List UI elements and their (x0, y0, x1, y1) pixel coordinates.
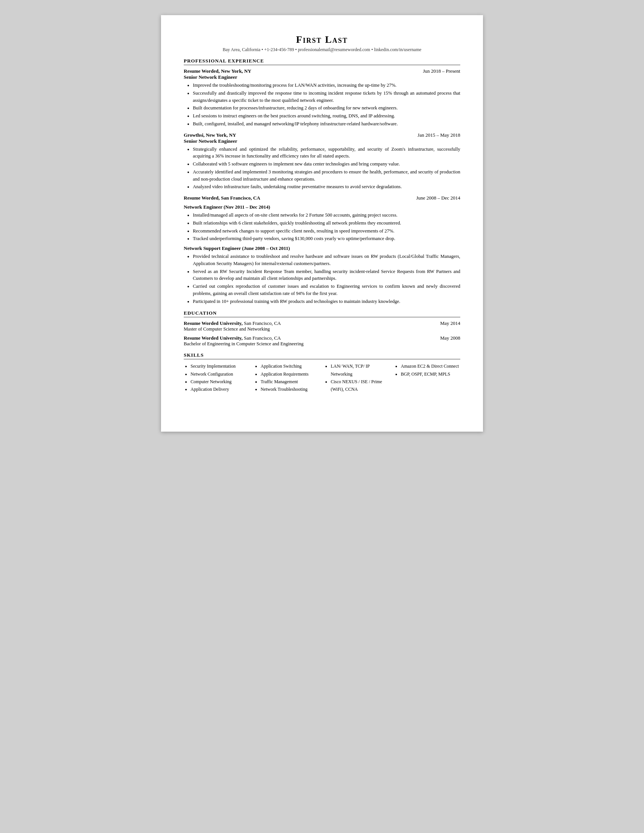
school-name: Resume Worded University, (184, 335, 242, 341)
job-role-nse: Network Support Engineer (June 2008 – Oc… (184, 245, 460, 251)
skill-item: Security Implementation (190, 362, 250, 370)
edu-date-masters: May 2014 (440, 320, 460, 326)
bullet-item: Built, configured, installed, and manage… (193, 121, 460, 128)
edu-date-bachelors: May 2008 (440, 335, 460, 341)
bullet-item: Installed/managed all aspects of on-site… (193, 212, 460, 219)
bullet-item: Built documentation for processes/infras… (193, 105, 460, 112)
bullet-item: Provided technical assistance to trouble… (193, 253, 460, 267)
bullet-item: Accurately identified and implemented 3 … (193, 169, 460, 183)
edu-degree-masters: Master of Computer Science and Networkin… (184, 326, 460, 332)
job-header-growthsi: Growthsi, New York, NY Jan 2015 – May 20… (184, 132, 460, 138)
job-block-rw-ny: Resume Worded, New York, NY Jun 2018 – P… (184, 68, 460, 128)
role-title: Network Engineer (184, 204, 222, 210)
role-subdate: (June 2008 – Oct 2011) (242, 245, 290, 251)
job-bullets-rw-ny: Improved the troubleshooting/monitoring … (184, 82, 460, 128)
candidate-name: First Last (184, 34, 460, 45)
skills-col-1: Security Implementation Network Configur… (184, 362, 250, 393)
skills-col-2: Application Switching Application Requir… (254, 362, 320, 393)
bullet-item: Successfully and drastically improved th… (193, 90, 460, 104)
skill-item: Network Troubleshooting (261, 386, 320, 393)
skill-item: Computer Networking (190, 378, 250, 386)
school-location: San Francisco, CA (244, 320, 281, 326)
skills-list-4: Amazon EC2 & Direct Connect BGP, OSPF, E… (394, 362, 460, 378)
edu-block-bachelors: Resume Worded University, San Francisco,… (184, 335, 460, 347)
bullet-item: Strategically enhanced and optimized the… (193, 146, 460, 160)
bullet-item: Tracked underperforming third-party vend… (193, 235, 460, 242)
edu-degree-bachelors: Bachelor of Engineering in Computer Scie… (184, 341, 460, 347)
skills-list-3: LAN/ WAN, TCP/ IP Networking Cisco NEXUS… (324, 362, 390, 393)
job-header-rw-sf: Resume Worded, San Francisco, CA June 20… (184, 195, 460, 201)
job-role-ne: Network Engineer (Nov 2011 – Dec 2014) (184, 204, 460, 210)
bullet-item: Participated in 10+ professional trainin… (193, 298, 460, 305)
edu-header-bachelors: Resume Worded University, San Francisco,… (184, 335, 460, 341)
edu-header-masters: Resume Worded University, San Francisco,… (184, 320, 460, 326)
bullet-item: Recommended network changes to support s… (193, 228, 460, 235)
skills-list-2: Application Switching Application Requir… (254, 362, 320, 393)
edu-school-bachelors: Resume Worded University, San Francisco,… (184, 335, 281, 341)
education-section: Education Resume Worded University, San … (184, 310, 460, 347)
job-company-rw-ny: Resume Worded, New York, NY (184, 68, 251, 74)
company-location-sep: , San Francisco, CA (219, 195, 260, 201)
job-date-rw-sf: June 2008 – Dec 2014 (416, 195, 460, 201)
experience-section-title: Professional Experience (184, 58, 460, 65)
job-bullets-growthsi: Strategically enhanced and optimized the… (184, 146, 460, 191)
edu-school-masters: Resume Worded University, San Francisco,… (184, 320, 281, 326)
job-date-rw-ny: Jun 2018 – Present (423, 68, 460, 74)
skill-item: Application Switching (261, 362, 320, 370)
bullet-item: Analyzed video infrastructure faults, un… (193, 183, 460, 190)
header: First Last Bay Area, California • +1-234… (184, 34, 460, 53)
role-title: Network Support Engineer (184, 245, 241, 251)
bullet-item: Carried out complex reproduction of cust… (193, 283, 460, 297)
job-company-rw-sf: Resume Worded, San Francisco, CA (184, 195, 260, 201)
company-name: Resume Worded (184, 68, 219, 74)
experience-section: Professional Experience Resume Worded, N… (184, 58, 460, 305)
job-bullets-nse: Provided technical assistance to trouble… (184, 253, 460, 305)
job-role-rw-ny: Senior Network Engineer (184, 74, 460, 80)
skill-item: LAN/ WAN, TCP/ IP Networking (331, 362, 390, 378)
edu-block-masters: Resume Worded University, San Francisco,… (184, 320, 460, 332)
skills-grid: Security Implementation Network Configur… (184, 362, 460, 393)
job-role-growthsi: Senior Network Engineer (184, 138, 460, 144)
bullet-item: Collaborated with 5 software engineers t… (193, 161, 460, 168)
skills-col-3: LAN/ WAN, TCP/ IP Networking Cisco NEXUS… (324, 362, 390, 393)
skills-col-4: Amazon EC2 & Direct Connect BGP, OSPF, E… (394, 362, 460, 393)
company-name: Growthsi (184, 132, 203, 138)
skill-item: Application Requirements (261, 370, 320, 378)
company-name: Resume Worded (184, 195, 219, 201)
skill-item: Cisco NEXUS / ISE / Prime (WiFi), CCNA (331, 378, 390, 393)
company-location-sep: , New York, NY (203, 132, 237, 138)
bullet-item: Improved the troubleshooting/monitoring … (193, 82, 460, 89)
skills-section: Skills Security Implementation Network C… (184, 352, 460, 393)
skills-section-title: Skills (184, 352, 460, 359)
skills-list-1: Security Implementation Network Configur… (184, 362, 250, 393)
education-section-title: Education (184, 310, 460, 317)
job-company-growthsi: Growthsi, New York, NY (184, 132, 236, 138)
bullet-item: Led sessions to instruct engineers on th… (193, 113, 460, 120)
skill-item: BGP, OSPF, ECMP, MPLS (401, 370, 460, 378)
role-subdate: (Nov 2011 – Dec 2014) (224, 204, 270, 210)
school-name: Resume Worded University, (184, 320, 242, 326)
job-header-rw-ny: Resume Worded, New York, NY Jun 2018 – P… (184, 68, 460, 74)
skill-item: Application Delivery (190, 386, 250, 393)
job-block-growthsi: Growthsi, New York, NY Jan 2015 – May 20… (184, 132, 460, 191)
job-block-rw-sf: Resume Worded, San Francisco, CA June 20… (184, 195, 460, 305)
skill-item: Network Configuration (190, 370, 250, 378)
skill-item: Traffic Management (261, 378, 320, 386)
job-bullets-ne: Installed/managed all aspects of on-site… (184, 212, 460, 242)
company-location-sep: , New York, NY (219, 68, 251, 74)
school-location: San Francisco, CA (244, 335, 281, 341)
bullet-item: Built relationships with 6 client stakeh… (193, 220, 460, 227)
contact-info: Bay Area, California • +1-234-456-789 • … (184, 47, 460, 53)
job-date-growthsi: Jan 2015 – May 2018 (417, 132, 460, 138)
bullet-item: Served as an RW Security Incident Respon… (193, 268, 460, 283)
resume-page: First Last Bay Area, California • +1-234… (161, 15, 483, 432)
skill-item: Amazon EC2 & Direct Connect (401, 362, 460, 370)
